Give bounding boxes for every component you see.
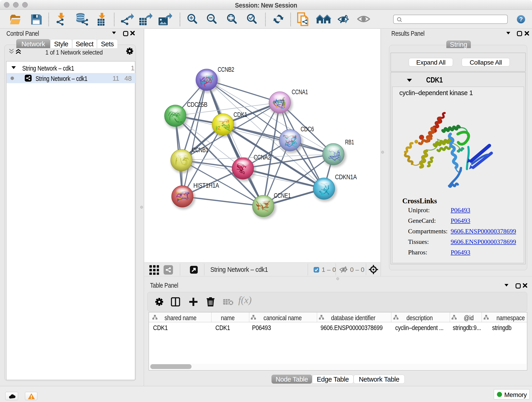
- svg-text:CCNE1: CCNE1: [274, 192, 291, 199]
- svg-text:CCNA2: CCNA2: [254, 153, 271, 161]
- svg-text:RB1: RB1: [345, 138, 354, 146]
- svg-text:CDKN1A: CDKN1A: [335, 173, 357, 181]
- svg-text:CDC25B: CDC25B: [187, 101, 207, 108]
- svg-text:CCNB2: CCNB2: [218, 66, 234, 73]
- svg-text:HIST1H1A: HIST1H1A: [193, 182, 219, 189]
- svg-text:CCNB1: CCNB1: [192, 146, 208, 153]
- svg-text:CCNA1: CCNA1: [292, 88, 308, 96]
- svg-text:CDC6: CDC6: [301, 125, 314, 133]
- svg-text:CDK1: CDK1: [234, 111, 247, 118]
